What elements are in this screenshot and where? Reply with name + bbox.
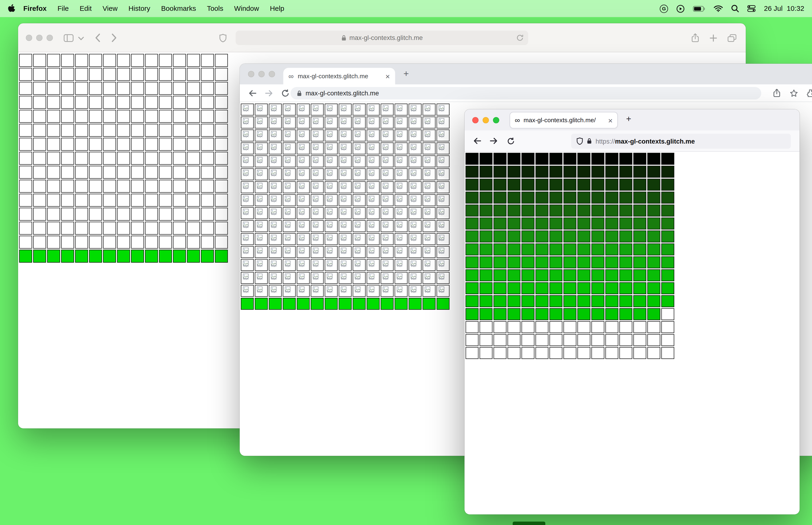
menu-file[interactable]: File xyxy=(58,5,69,13)
tracking-shield-icon[interactable] xyxy=(576,137,583,145)
menu-bookmarks[interactable]: Bookmarks xyxy=(161,5,196,13)
broken-image-icon xyxy=(299,170,305,177)
new-tab-button[interactable]: + xyxy=(403,69,409,79)
grid-cell xyxy=(201,82,214,95)
bookmark-star-icon[interactable] xyxy=(790,89,798,97)
back-button[interactable] xyxy=(473,137,481,145)
broken-image-icon xyxy=(369,196,374,202)
menu-help[interactable]: Help xyxy=(270,5,284,13)
broken-image-icon xyxy=(341,235,346,241)
menu-edit[interactable]: Edit xyxy=(80,5,92,13)
grid-cell xyxy=(103,180,116,193)
new-tab-button[interactable]: + xyxy=(626,114,631,124)
grid-cell xyxy=(187,96,200,109)
firefox-active-tab[interactable]: ∞ max-gl-contexts.glitch.me/ × xyxy=(510,112,617,128)
minimize-button[interactable] xyxy=(258,71,264,77)
grid-cell xyxy=(339,285,352,297)
grid-cell xyxy=(550,243,563,255)
grid-cell xyxy=(409,272,422,284)
minimize-button[interactable] xyxy=(36,35,42,41)
reload-button[interactable] xyxy=(281,89,289,97)
tab-overview-icon[interactable] xyxy=(727,34,736,42)
grid-cell xyxy=(592,179,604,191)
tab-close-icon[interactable]: × xyxy=(608,116,613,124)
grid-cell xyxy=(159,208,172,221)
broken-image-icon xyxy=(271,183,277,190)
extensions-icon[interactable] xyxy=(806,89,812,97)
grid-cell xyxy=(269,155,282,167)
new-tab-icon[interactable] xyxy=(709,34,717,42)
share-icon[interactable] xyxy=(691,33,699,43)
address-bar[interactable]: max-gl-contexts.glitch.me xyxy=(236,31,528,45)
menu-history[interactable]: History xyxy=(128,5,150,13)
forward-button[interactable] xyxy=(111,33,117,43)
tab-title: max-gl-contexts.glitch.me/ xyxy=(523,117,604,124)
grid-cell xyxy=(592,321,604,333)
grid-cell xyxy=(131,222,144,235)
playback-icon[interactable] xyxy=(676,4,685,13)
chevron-down-icon[interactable] xyxy=(78,37,84,40)
menu-window[interactable]: Window xyxy=(234,5,259,13)
close-button[interactable] xyxy=(26,35,32,41)
grid-cell xyxy=(131,236,144,249)
close-button[interactable] xyxy=(472,117,478,123)
share-icon[interactable] xyxy=(773,89,781,97)
grid-cell xyxy=(117,152,130,165)
grid-cell xyxy=(269,181,282,193)
grid-cell xyxy=(367,259,380,271)
forward-button[interactable] xyxy=(489,137,498,145)
battery-icon[interactable] xyxy=(693,5,705,12)
lock-icon[interactable] xyxy=(297,90,302,96)
menubar-app-name[interactable]: Firefox xyxy=(23,5,47,13)
broken-image-icon xyxy=(257,144,262,151)
menu-tools[interactable]: Tools xyxy=(207,5,223,13)
sidebar-icon[interactable] xyxy=(64,34,74,42)
g-status-icon[interactable]: G xyxy=(660,4,668,13)
tab-close-icon[interactable]: × xyxy=(385,72,390,80)
control-center-icon[interactable] xyxy=(747,5,756,12)
zoom-button[interactable] xyxy=(493,117,499,123)
broken-image-icon xyxy=(313,235,318,241)
lock-icon[interactable] xyxy=(587,138,592,145)
grid-cell xyxy=(311,298,323,310)
back-button[interactable] xyxy=(95,33,100,43)
spotlight-icon[interactable] xyxy=(731,5,739,13)
grid-cell xyxy=(423,246,435,258)
reload-button[interactable] xyxy=(507,137,515,145)
broken-image-icon xyxy=(355,144,361,151)
grid-cell xyxy=(367,220,380,232)
wifi-icon[interactable] xyxy=(714,5,723,12)
apple-menu-icon[interactable] xyxy=(8,4,15,13)
grid-cell xyxy=(550,179,563,191)
grid-cell xyxy=(606,295,618,307)
chrome-tabstrip[interactable]: ∞ max-gl-contexts.glitch.me × + xyxy=(240,64,812,84)
safari-toolbar[interactable]: max-gl-contexts.glitch.me xyxy=(18,23,746,52)
zoom-button[interactable] xyxy=(269,71,275,77)
broken-image-icon xyxy=(355,157,361,164)
grid-cell xyxy=(282,220,295,232)
back-button[interactable] xyxy=(248,89,257,97)
chrome-active-tab[interactable]: ∞ max-gl-contexts.glitch.me × xyxy=(284,68,395,85)
privacy-shield-icon[interactable] xyxy=(219,34,227,42)
forward-button[interactable] xyxy=(264,89,273,97)
grid-cell xyxy=(465,334,478,346)
zoom-button[interactable] xyxy=(47,35,52,41)
address-bar[interactable]: https:// max-gl-contexts.glitch.me xyxy=(571,134,791,149)
grid-cell xyxy=(494,230,507,242)
close-button[interactable] xyxy=(248,71,254,77)
broken-image-icon xyxy=(327,118,333,125)
reload-icon[interactable] xyxy=(516,34,523,41)
grid-cell xyxy=(367,142,380,154)
omnibox[interactable]: max-gl-contexts.glitch.me xyxy=(291,87,762,100)
menubar-clock[interactable]: 26 Jul 10:32 xyxy=(764,5,804,13)
grid-cell xyxy=(47,152,60,165)
minimize-button[interactable] xyxy=(482,117,489,123)
menu-view[interactable]: View xyxy=(103,5,118,13)
grid-cell xyxy=(507,179,520,191)
grid-cell xyxy=(201,68,214,81)
grid-cell xyxy=(563,153,576,165)
broken-image-icon xyxy=(411,157,416,164)
lock-icon xyxy=(341,34,346,41)
grid-cell xyxy=(89,250,102,262)
firefox-tabstrip[interactable]: ∞ max-gl-contexts.glitch.me/ × + xyxy=(464,109,799,131)
